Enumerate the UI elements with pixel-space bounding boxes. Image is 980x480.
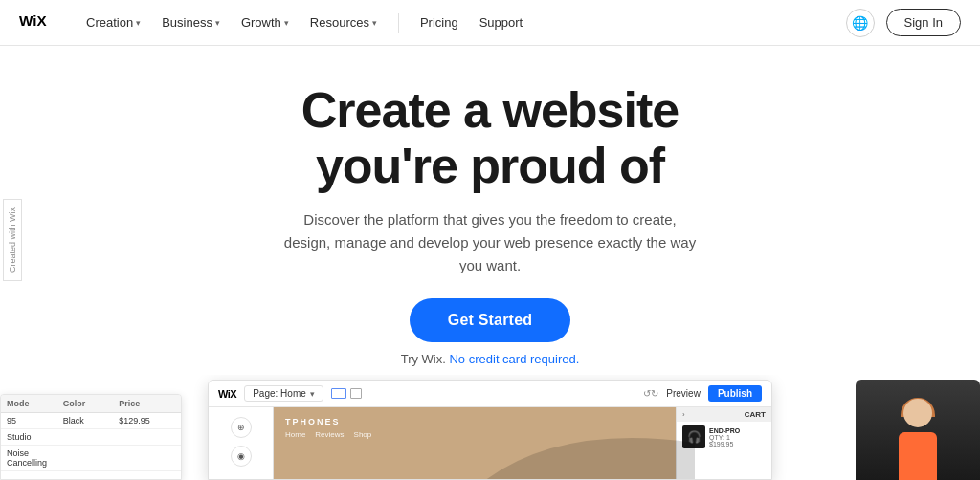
nav-resources[interactable]: Resources ▾ [302,11,385,33]
nav-creation[interactable]: Creation ▾ [78,11,148,33]
editor-nav-reviews: Reviews [315,430,344,439]
navbar: WiX Creation ▾ Business ▾ Growth ▾ Resou… [0,0,980,46]
editor-top-bar: WiX Page: Home ▾ ↺↻ Preview Publish [209,381,771,407]
mobile-icon[interactable] [350,388,362,399]
nav-right: 🌐 Sign In [846,9,961,37]
hero-title: Create a website you're proud of [301,82,679,193]
editor-nav-home: Home [285,430,305,439]
desktop-icon[interactable] [331,388,346,399]
nav-divider [398,13,399,33]
publish-button[interactable]: Publish [708,385,762,402]
cart-chevron-icon: › [682,410,685,419]
try-wix-text: Try Wix. No credit card required. [401,352,580,366]
table-header-row: Mode Color Price [1,395,181,413]
nav-support[interactable]: Support [472,11,531,33]
decorative-curve [484,424,695,480]
no-credit-card-link[interactable]: No credit card required. [449,352,579,366]
editor-wix-logo: WiX [218,388,236,400]
chevron-down-icon: ▾ [215,18,220,28]
editor-canvas-main: TPHONES Home Reviews Shop [274,407,676,480]
globe-icon: 🌐 [852,15,868,31]
get-started-button[interactable]: Get Started [410,298,570,342]
editor-page-selector[interactable]: Page: Home ▾ [244,385,323,402]
person-preview [856,380,980,480]
editor-nav-bar: Home Reviews Shop [285,430,371,439]
hero-section: Create a website you're proud of Discove… [0,46,980,366]
table-preview: Mode Color Price 95 Black $129.95 Studio… [0,394,182,480]
svg-text:WiX: WiX [19,12,47,29]
cart-header: › CART [677,407,771,422]
editor-canvas: ⊕ ◉ TPHONES Home Reviews Shop › CART [209,407,771,480]
side-created-with-wix: Created with Wix [3,199,22,281]
chevron-down-icon: ▾ [310,389,315,399]
hero-subtitle: Discover the platform that gives you the… [279,208,701,277]
nav-growth[interactable]: Growth ▾ [234,11,297,33]
chevron-down-icon: ▾ [136,18,141,28]
table-row: Noise Cancelling [1,446,181,471]
undo-redo-icons: ↺↻ [643,388,658,399]
editor-icons [331,388,362,399]
person-head [903,399,932,427]
chevron-down-icon: ▾ [284,18,289,28]
media-icon[interactable]: ◉ [231,446,252,467]
person-figure [884,394,951,480]
table-row: Studio [1,429,181,446]
wix-logo[interactable]: WiX [19,12,56,33]
sign-in-button[interactable]: Sign In [886,9,961,36]
nav-links: Creation ▾ Business ▾ Growth ▾ Resources… [78,11,846,33]
table-row: 95 Black $129.95 [1,413,181,429]
nav-pricing[interactable]: Pricing [412,11,466,33]
preview-button[interactable]: Preview [666,388,701,399]
cart-item-details: END-PRO QTY: 1 $199.95 [709,427,766,447]
nav-business[interactable]: Business ▾ [154,11,228,33]
site-name-label: TPHONES [285,417,341,426]
editor-toolbar: ⊕ ◉ [209,407,274,480]
editor-nav-shop: Shop [354,430,372,439]
language-globe-button[interactable]: 🌐 [846,9,875,37]
chevron-down-icon: ▾ [372,18,377,28]
person-image [856,380,980,480]
person-body [899,432,937,480]
add-element-icon[interactable]: ⊕ [231,417,252,438]
preview-strip: Mode Color Price 95 Black $129.95 Studio… [0,375,980,480]
editor-preview: WiX Page: Home ▾ ↺↻ Preview Publish ⊕ ◉ … [208,380,772,480]
